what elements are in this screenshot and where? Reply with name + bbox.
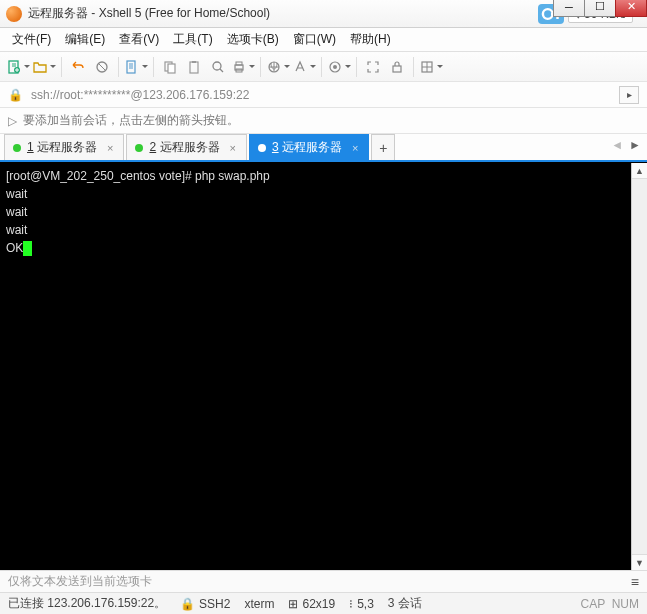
- window-controls: ─ ☐ ✕: [554, 0, 647, 17]
- svg-point-9: [213, 62, 221, 70]
- fullscreen-button[interactable]: [362, 56, 384, 78]
- hint-text: 要添加当前会话，点击左侧的箭头按钮。: [23, 112, 239, 129]
- address-bar: 🔒 ssh://root:**********@123.206.176.159:…: [0, 82, 647, 108]
- tab-session-3[interactable]: 3 远程服务器 ×: [249, 134, 369, 160]
- tab-add-button[interactable]: +: [371, 134, 395, 160]
- status-protocol: 🔒SSH2: [180, 597, 230, 611]
- tab-close-icon[interactable]: ×: [230, 142, 236, 154]
- grid-icon: ⊞: [288, 597, 298, 611]
- status-sessions: 3 会话: [388, 595, 422, 612]
- properties-button[interactable]: [124, 56, 148, 78]
- tab-close-icon[interactable]: ×: [107, 142, 113, 154]
- maximize-button[interactable]: ☐: [584, 0, 616, 17]
- send-bar[interactable]: 仅将文本发送到当前选项卡 ≡: [0, 570, 647, 592]
- menu-tools[interactable]: 工具(T): [167, 28, 218, 51]
- main-toolbar: [0, 52, 647, 82]
- window-title: 远程服务器 - Xshell 5 (Free for Home/School): [28, 5, 538, 22]
- tab-close-icon[interactable]: ×: [352, 142, 358, 154]
- tab-bar: 1 远程服务器 × 2 远程服务器 × 3 远程服务器 × + ◄ ►: [0, 134, 647, 162]
- titlebar: 远程服务器 - Xshell 5 (Free for Home/School) …: [0, 0, 647, 28]
- copy-button[interactable]: [159, 56, 181, 78]
- status-dot-icon: [135, 144, 143, 152]
- color-scheme-button[interactable]: [327, 56, 351, 78]
- svg-rect-8: [192, 61, 196, 63]
- terminal-cursor: [23, 241, 32, 256]
- menu-edit[interactable]: 编辑(E): [59, 28, 111, 51]
- menu-help[interactable]: 帮助(H): [344, 28, 397, 51]
- terminal-scrollbar[interactable]: ▲ ▼: [631, 163, 647, 570]
- svg-rect-7: [190, 62, 198, 73]
- status-dot-icon: [258, 144, 266, 152]
- menubar: 文件(F) 编辑(E) 查看(V) 工具(T) 选项卡(B) 窗口(W) 帮助(…: [0, 28, 647, 52]
- lock-button[interactable]: [386, 56, 408, 78]
- send-placeholder: 仅将文本发送到当前选项卡: [8, 573, 152, 590]
- close-button[interactable]: ✕: [615, 0, 647, 17]
- terminal-area: [root@VM_202_250_centos vote]# php swap.…: [0, 162, 647, 570]
- menu-view[interactable]: 查看(V): [113, 28, 165, 51]
- hint-icon: ▷: [8, 114, 17, 128]
- status-connection: 已连接 123.206.176.159:22。: [8, 595, 166, 612]
- disconnect-button[interactable]: [91, 56, 113, 78]
- lock-icon: 🔒: [8, 88, 23, 102]
- tab-session-1[interactable]: 1 远程服务器 ×: [4, 134, 124, 160]
- print-button[interactable]: [231, 56, 255, 78]
- layout-button[interactable]: [419, 56, 443, 78]
- menu-window[interactable]: 窗口(W): [287, 28, 342, 51]
- address-text[interactable]: ssh://root:**********@123.206.176.159:22: [31, 88, 249, 102]
- find-button[interactable]: [207, 56, 229, 78]
- lock-icon: 🔒: [180, 597, 195, 611]
- status-dot-icon: [13, 144, 21, 152]
- status-keylock: CAP NUM: [581, 597, 639, 611]
- menu-file[interactable]: 文件(F): [6, 28, 57, 51]
- tab-next-icon[interactable]: ►: [629, 138, 641, 152]
- scroll-track[interactable]: [632, 179, 647, 554]
- terminal[interactable]: [root@VM_202_250_centos vote]# php swap.…: [0, 163, 631, 570]
- address-go-button[interactable]: ▸: [619, 86, 639, 104]
- svg-rect-16: [393, 66, 401, 72]
- status-bar: 已连接 123.206.176.159:22。 🔒SSH2 xterm ⊞ 62…: [0, 592, 647, 614]
- tab-session-2[interactable]: 2 远程服务器 ×: [126, 134, 246, 160]
- new-session-button[interactable]: [6, 56, 30, 78]
- reconnect-button[interactable]: [67, 56, 89, 78]
- status-size: ⊞ 62x19: [288, 597, 335, 611]
- status-termtype: xterm: [244, 597, 274, 611]
- svg-rect-6: [168, 64, 175, 73]
- svg-point-15: [333, 65, 337, 69]
- minimize-button[interactable]: ─: [553, 0, 585, 17]
- paste-button[interactable]: [183, 56, 205, 78]
- scroll-down-icon[interactable]: ▼: [632, 554, 647, 570]
- svg-rect-11: [236, 62, 242, 65]
- status-coord: ⁝ 5,3: [349, 597, 374, 611]
- open-button[interactable]: [32, 56, 56, 78]
- app-icon: [6, 6, 22, 22]
- scroll-up-icon[interactable]: ▲: [632, 163, 647, 179]
- tab-nav: ◄ ►: [611, 138, 641, 152]
- svg-rect-4: [127, 61, 135, 73]
- font-button[interactable]: [292, 56, 316, 78]
- menu-tab[interactable]: 选项卡(B): [221, 28, 285, 51]
- tab-prev-icon[interactable]: ◄: [611, 138, 623, 152]
- globe-button[interactable]: [266, 56, 290, 78]
- send-menu-icon[interactable]: ≡: [631, 574, 639, 590]
- hint-bar: ▷ 要添加当前会话，点击左侧的箭头按钮。: [0, 108, 647, 134]
